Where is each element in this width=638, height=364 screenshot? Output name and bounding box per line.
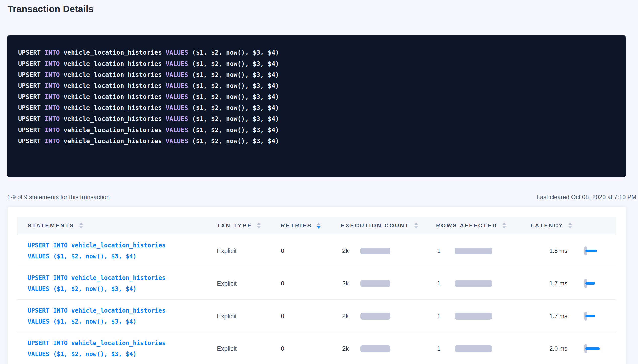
column-header-execution-count[interactable]: EXECUTION COUNT xyxy=(341,217,418,234)
table-meta-row: 1-9 of 9 statements for this transaction… xyxy=(7,193,636,201)
statements-summary: 1-9 of 9 statements for this transaction xyxy=(7,193,110,201)
statement-line: VALUES ($1, $2, now(), $3, $4) xyxy=(28,285,136,292)
sort-desc-icon[interactable] xyxy=(502,226,506,229)
execution-count-cell: 2k xyxy=(342,332,390,364)
execution-count-cell: 2k xyxy=(342,300,390,332)
latency-value: 1.7 ms xyxy=(531,313,567,320)
rows-affected-cell: 1 xyxy=(437,300,492,332)
sort-icons[interactable] xyxy=(502,223,506,229)
statement-link[interactable]: UPSERT INTO vehicle_location_historiesVA… xyxy=(28,272,166,294)
statement-line: UPSERT INTO vehicle_location_histories xyxy=(28,274,166,281)
latency-value: 1.7 ms xyxy=(531,280,567,287)
sort-asc-icon[interactable] xyxy=(414,223,418,225)
sql-code-line: UPSERT INTO vehicle_location_histories V… xyxy=(18,58,616,69)
sort-asc-icon[interactable] xyxy=(568,223,572,225)
statement-line: VALUES ($1, $2, now(), $3, $4) xyxy=(28,318,136,325)
page-title: Transaction Details xyxy=(8,3,638,15)
rows-affected-bar xyxy=(455,313,492,320)
sort-icons[interactable] xyxy=(317,223,320,229)
latency-cell: 2.0 ms xyxy=(531,332,617,364)
sort-asc-icon[interactable] xyxy=(317,223,320,225)
statement-line: UPSERT INTO vehicle_location_histories xyxy=(28,340,166,347)
rows-affected-cell: 1 xyxy=(437,267,492,300)
rows-affected-value: 1 xyxy=(437,345,455,352)
sort-desc-icon[interactable] xyxy=(317,226,320,229)
sort-desc-icon[interactable] xyxy=(79,226,83,229)
execution-count-bar xyxy=(360,345,390,352)
latency-bar xyxy=(585,347,600,350)
table-row: UPSERT INTO vehicle_location_historiesVA… xyxy=(17,300,616,332)
txn-type-cell: Explicit xyxy=(217,300,237,332)
sort-icons[interactable] xyxy=(414,223,418,229)
sort-icons[interactable] xyxy=(568,223,572,229)
txn-type-cell: Explicit xyxy=(217,234,237,267)
sql-code-line: UPSERT INTO vehicle_location_histories V… xyxy=(18,47,616,58)
column-header-label: TXN TYPE xyxy=(217,222,252,229)
sql-code-line: UPSERT INTO vehicle_location_histories V… xyxy=(18,125,616,136)
column-header-retries[interactable]: RETRIES xyxy=(281,217,320,234)
latency-bar-chart xyxy=(584,311,617,321)
sql-code-block: UPSERT INTO vehicle_location_histories V… xyxy=(7,35,626,177)
sort-asc-icon[interactable] xyxy=(257,223,261,225)
latency-bar xyxy=(585,315,595,317)
sql-code-line: UPSERT INTO vehicle_location_histories V… xyxy=(18,91,616,102)
sort-icons[interactable] xyxy=(257,223,261,229)
retries-cell: 0 xyxy=(281,332,284,364)
sql-code-line: UPSERT INTO vehicle_location_histories V… xyxy=(18,102,616,113)
latency-bar xyxy=(585,282,595,285)
sort-desc-icon[interactable] xyxy=(568,226,572,229)
statements-table-card: STATEMENTS TXN TYPE RETRIES EXECUTION CO… xyxy=(8,207,626,364)
sort-icons[interactable] xyxy=(79,223,83,229)
column-header-label: STATEMENTS xyxy=(28,222,74,229)
latency-bar-chart xyxy=(584,246,617,256)
execution-count-value: 2k xyxy=(342,280,360,287)
latency-bar-chart xyxy=(584,344,617,353)
last-cleared-timestamp: Last cleared Oct 08, 2020 at 7:10 PM xyxy=(536,193,636,201)
table-row: UPSERT INTO vehicle_location_historiesVA… xyxy=(17,332,616,364)
table-row: UPSERT INTO vehicle_location_historiesVA… xyxy=(17,234,616,267)
column-header-rows-affected[interactable]: ROWS AFFECTED xyxy=(436,217,506,234)
rows-affected-bar xyxy=(455,345,492,352)
column-header-label: RETRIES xyxy=(281,222,312,229)
txn-type-cell: Explicit xyxy=(217,332,237,364)
rows-affected-bar xyxy=(455,280,492,287)
statement-link[interactable]: UPSERT INTO vehicle_location_historiesVA… xyxy=(28,240,166,262)
latency-cell: 1.7 ms xyxy=(531,267,617,300)
sql-code-line: UPSERT INTO vehicle_location_histories V… xyxy=(18,113,616,125)
column-header-statements[interactable]: STATEMENTS xyxy=(28,217,83,234)
rows-affected-cell: 1 xyxy=(437,332,492,364)
execution-count-value: 2k xyxy=(342,345,360,352)
sql-code-line: UPSERT INTO vehicle_location_histories V… xyxy=(18,69,616,80)
sort-asc-icon[interactable] xyxy=(502,223,506,225)
retries-cell: 0 xyxy=(281,267,284,300)
execution-count-bar xyxy=(360,248,390,254)
table-row: UPSERT INTO vehicle_location_historiesVA… xyxy=(17,267,616,300)
statement-link[interactable]: UPSERT INTO vehicle_location_historiesVA… xyxy=(28,338,166,360)
sql-code-line: UPSERT INTO vehicle_location_histories V… xyxy=(18,80,616,91)
statement-line: UPSERT INTO vehicle_location_histories xyxy=(28,307,166,314)
column-header-label: LATENCY xyxy=(531,222,563,229)
latency-value: 2.0 ms xyxy=(531,345,567,352)
rows-affected-value: 1 xyxy=(437,280,455,287)
rows-affected-value: 1 xyxy=(437,247,455,254)
sort-asc-icon[interactable] xyxy=(79,223,83,225)
execution-count-cell: 2k xyxy=(342,267,390,300)
sql-code-line: UPSERT INTO vehicle_location_histories V… xyxy=(18,136,616,147)
latency-bar xyxy=(585,250,597,252)
statement-line: VALUES ($1, $2, now(), $3, $4) xyxy=(28,253,136,260)
column-header-txn-type[interactable]: TXN TYPE xyxy=(217,217,261,234)
execution-count-bar xyxy=(360,280,390,287)
execution-count-value: 2k xyxy=(342,247,360,254)
statement-link[interactable]: UPSERT INTO vehicle_location_historiesVA… xyxy=(28,305,166,327)
latency-cell: 1.7 ms xyxy=(531,300,617,332)
statement-line: VALUES ($1, $2, now(), $3, $4) xyxy=(28,351,136,358)
column-header-latency[interactable]: LATENCY xyxy=(531,217,572,234)
rows-affected-value: 1 xyxy=(437,313,455,320)
sort-desc-icon[interactable] xyxy=(414,226,418,229)
execution-count-cell: 2k xyxy=(342,234,390,267)
execution-count-bar xyxy=(360,313,390,320)
txn-type-cell: Explicit xyxy=(217,267,237,300)
sort-desc-icon[interactable] xyxy=(257,226,261,229)
column-header-label: ROWS AFFECTED xyxy=(436,222,497,229)
latency-bar-chart xyxy=(584,279,617,288)
